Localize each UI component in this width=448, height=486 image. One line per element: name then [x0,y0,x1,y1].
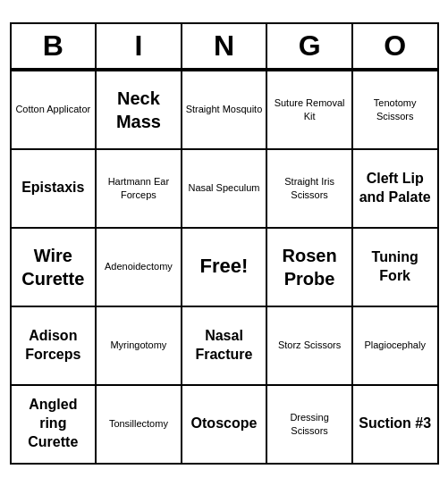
bingo-cell-4-4: Suction #3 [353,386,437,463]
bingo-row-4: Angled ring CuretteTonsillectomyOtoscope… [12,384,437,463]
bingo-row-3: Adison ForcepsMyringotomyNasal FractureS… [12,306,437,384]
bingo-cell-1-0: Epistaxis [12,150,97,227]
bingo-cell-0-3: Suture Removal Kit [267,71,353,148]
bingo-cell-2-0: Wire Curette [12,229,97,306]
bingo-cell-2-3: Rosen Probe [267,229,353,306]
bingo-row-1: EpistaxisHartmann Ear ForcepsNasal Specu… [12,148,437,227]
header-letter-g: G [267,24,353,68]
header-letter-i: I [97,24,182,68]
bingo-cell-2-1: Adenoidectomy [97,229,182,306]
bingo-cell-0-1: Neck Mass [97,71,182,148]
bingo-cell-0-0: Cotton Applicator [12,71,97,148]
bingo-cell-1-1: Hartmann Ear Forceps [97,150,182,227]
bingo-cell-4-0: Angled ring Curette [12,386,97,463]
bingo-cell-0-4: Tenotomy Scissors [353,71,437,148]
bingo-cell-3-4: Plagiocephaly [353,307,437,384]
bingo-cell-4-3: Dressing Scissors [267,386,353,463]
bingo-row-0: Cotton ApplicatorNeck MassStraight Mosqu… [12,70,437,148]
bingo-cell-2-4: Tuning Fork [353,229,437,306]
bingo-cell-3-0: Adison Forceps [12,307,97,384]
header-letter-b: B [12,24,97,68]
bingo-cell-3-3: Storz Scissors [267,307,353,384]
bingo-card: BINGO Cotton ApplicatorNeck MassStraight… [10,22,439,465]
bingo-cell-4-2: Otoscope [182,386,268,463]
header-letter-n: N [182,24,268,68]
bingo-cell-1-2: Nasal Speculum [182,150,268,227]
header-letter-o: O [353,24,437,68]
bingo-cell-3-2: Nasal Fracture [182,307,268,384]
bingo-cell-1-4: Cleft Lip and Palate [353,150,437,227]
bingo-cell-3-1: Myringotomy [97,307,182,384]
bingo-header: BINGO [12,24,437,70]
bingo-cell-4-1: Tonsillectomy [97,386,182,463]
bingo-cell-2-2: Free! [182,229,268,306]
bingo-cell-1-3: Straight Iris Scissors [267,150,353,227]
bingo-cell-0-2: Straight Mosquito [182,71,268,148]
bingo-grid: Cotton ApplicatorNeck MassStraight Mosqu… [12,70,437,463]
bingo-row-2: Wire CuretteAdenoidectomyFree!Rosen Prob… [12,227,437,306]
